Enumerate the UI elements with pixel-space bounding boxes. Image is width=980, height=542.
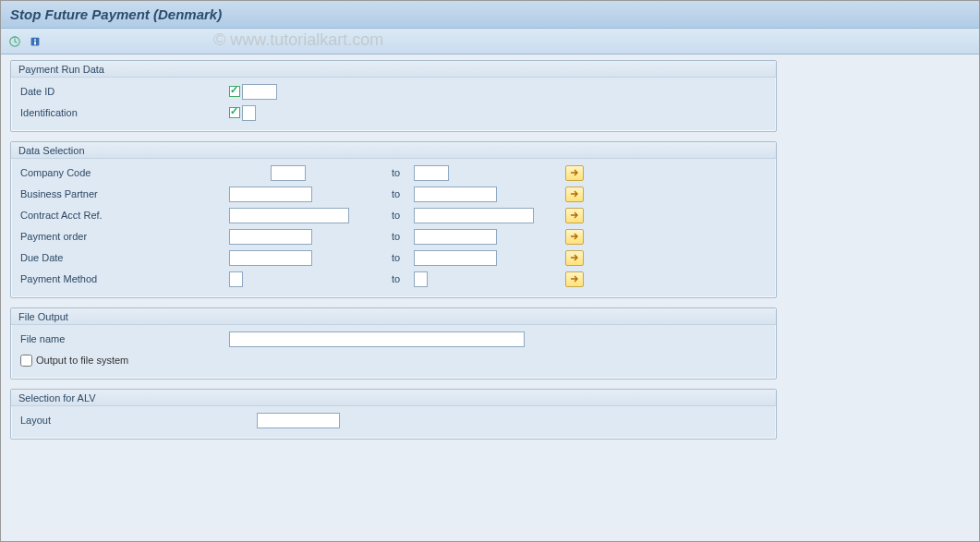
svg-rect-3 bbox=[34, 42, 36, 45]
arrow-right-icon bbox=[570, 189, 579, 199]
to-label: to bbox=[386, 273, 414, 284]
application-toolbar bbox=[1, 29, 979, 54]
main-content: Payment Run Data Date ID Identification … bbox=[1, 54, 979, 542]
to-label: to bbox=[386, 231, 414, 242]
contract-acct-ref-multi-button[interactable] bbox=[565, 208, 584, 223]
arrow-right-icon bbox=[570, 232, 579, 241]
clock-execute-icon bbox=[8, 35, 21, 48]
output-fs-checkbox[interactable] bbox=[20, 355, 32, 367]
payment-method-label: Payment Method bbox=[17, 273, 229, 284]
due-date-from-input[interactable] bbox=[229, 250, 312, 266]
required-check-icon bbox=[229, 107, 240, 118]
payment-order-to-input[interactable] bbox=[414, 229, 497, 245]
identification-input[interactable] bbox=[242, 105, 256, 121]
output-fs-wrapper[interactable]: Output to file system bbox=[17, 355, 128, 367]
payment-method-multi-button[interactable] bbox=[565, 271, 584, 287]
company-code-label: Company Code bbox=[17, 167, 229, 178]
arrow-right-icon bbox=[570, 274, 579, 283]
layout-label: Layout bbox=[17, 415, 229, 426]
payment-order-label: Payment order bbox=[17, 231, 229, 242]
file-name-label: File name bbox=[17, 333, 229, 344]
payment-order-multi-button[interactable] bbox=[565, 229, 584, 245]
group-title-payment-run: Payment Run Data bbox=[11, 61, 776, 78]
due-date-label: Due Date bbox=[17, 252, 229, 263]
contract-acct-ref-to-input[interactable] bbox=[414, 208, 534, 223]
info-icon bbox=[29, 35, 42, 48]
company-code-multi-button[interactable] bbox=[565, 165, 584, 181]
date-id-input[interactable] bbox=[242, 84, 277, 100]
group-data-selection: Data Selection Company Code to Business … bbox=[10, 141, 777, 298]
contract-acct-ref-from-input[interactable] bbox=[229, 208, 349, 223]
file-name-input[interactable] bbox=[229, 331, 525, 347]
required-check-icon bbox=[229, 86, 240, 97]
payment-order-from-input[interactable] bbox=[229, 229, 312, 245]
company-code-from-input[interactable] bbox=[271, 165, 306, 181]
svg-rect-2 bbox=[34, 39, 36, 41]
page-title: Stop Future Payment (Denmark) bbox=[1, 1, 979, 29]
identification-label: Identification bbox=[17, 107, 229, 118]
due-date-multi-button[interactable] bbox=[565, 250, 584, 266]
arrow-right-icon bbox=[570, 168, 579, 177]
group-payment-run-data: Payment Run Data Date ID Identification bbox=[10, 60, 777, 132]
group-title-alv: Selection for ALV bbox=[11, 390, 776, 406]
group-alv-selection: Selection for ALV Layout bbox=[10, 389, 777, 440]
to-label: to bbox=[386, 188, 414, 199]
to-label: to bbox=[386, 252, 414, 263]
due-date-to-input[interactable] bbox=[414, 250, 497, 266]
business-partner-multi-button[interactable] bbox=[565, 187, 584, 202]
payment-method-to-input[interactable] bbox=[414, 271, 428, 287]
to-label: to bbox=[386, 167, 414, 178]
layout-input[interactable] bbox=[257, 413, 340, 428]
group-title-data-selection: Data Selection bbox=[11, 142, 776, 159]
execute-button[interactable] bbox=[6, 33, 23, 50]
group-title-file-output: File Output bbox=[11, 308, 776, 325]
company-code-to-input[interactable] bbox=[414, 165, 449, 181]
payment-method-from-input[interactable] bbox=[229, 271, 243, 287]
business-partner-label: Business Partner bbox=[17, 188, 229, 199]
group-file-output: File Output File name Output to file sys… bbox=[10, 307, 777, 379]
date-id-label: Date ID bbox=[17, 86, 229, 97]
arrow-right-icon bbox=[570, 253, 579, 262]
output-fs-label: Output to file system bbox=[36, 355, 128, 366]
business-partner-from-input[interactable] bbox=[229, 187, 312, 202]
to-label: to bbox=[386, 210, 414, 221]
business-partner-to-input[interactable] bbox=[414, 187, 497, 202]
info-button[interactable] bbox=[27, 33, 43, 50]
contract-acct-ref-label: Contract Acct Ref. bbox=[17, 210, 229, 221]
arrow-right-icon bbox=[570, 211, 579, 220]
